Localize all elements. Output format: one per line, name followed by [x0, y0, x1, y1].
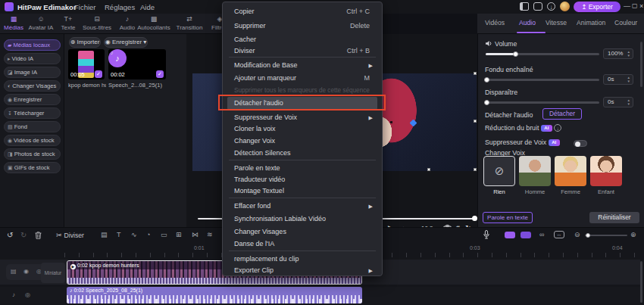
- audio-mute-icon[interactable]: ◎: [25, 291, 30, 298]
- export-button[interactable]: ↥ Exporter: [574, 2, 621, 12]
- sidebar-item-medias-locaux[interactable]: ▰Médias locaux: [4, 39, 61, 51]
- menu-item-montage-textuel[interactable]: Montage Textuel: [227, 185, 377, 198]
- resize-handle-top-right[interactable]: [474, 72, 477, 75]
- split-button[interactable]: ✂ Diviser: [56, 231, 84, 239]
- menu-item-synchronisation-labiale[interactable]: Synchronisation Labiale Vidéo: [227, 213, 377, 226]
- thumbnail-toggle[interactable]: Miniatur: [41, 263, 65, 283]
- pip-icon[interactable]: ⊞: [176, 231, 182, 238]
- voice-option-femme[interactable]: [555, 156, 586, 186]
- timeline-zoom-slider[interactable]: [585, 235, 627, 236]
- tab-vitesse[interactable]: Vitesse: [546, 19, 567, 26]
- menu-item-changer-visages[interactable]: Changer Visages: [227, 226, 377, 238]
- circle-download-icon[interactable]: ↓: [554, 124, 561, 132]
- fade-in-slider[interactable]: [486, 79, 599, 81]
- feedback-icon[interactable]: [533, 2, 542, 11]
- maximize-button[interactable]: ▢: [632, 2, 638, 9]
- noise-reduction-row: Réduction du bruit AI ↓: [485, 124, 561, 132]
- record-button[interactable]: ◉ Enregistrer ▾: [104, 37, 148, 48]
- undo-icon[interactable]: ↺: [7, 231, 13, 239]
- download-icon[interactable]: ↓: [547, 2, 555, 11]
- tab-videos[interactable]: Vidéos: [485, 19, 505, 26]
- panel-scrollbar[interactable]: [640, 42, 642, 87]
- timeline-scrollbar[interactable]: [640, 261, 642, 303]
- speed-ramp-icon[interactable]: ≋: [207, 231, 213, 238]
- sidebar-item-fond[interactable]: ▧Fond: [4, 121, 61, 132]
- menu-item-danse-ia[interactable]: Danse de l'IA: [227, 238, 377, 251]
- crop-icon[interactable]: ▭: [161, 231, 167, 238]
- zoom-in-icon[interactable]: ⊕: [630, 231, 636, 238]
- track-options-icon[interactable]: ▤: [11, 268, 17, 275]
- menu-item-cloner-voix[interactable]: Cloner la voix: [227, 123, 377, 135]
- volume-slider-knob[interactable]: [513, 51, 518, 57]
- media-item-video[interactable]: 00:05 ✓: [68, 49, 105, 79]
- voice-option-enfant[interactable]: [590, 156, 622, 186]
- flip-icon[interactable]: ⋈: [192, 231, 199, 238]
- volume-value[interactable]: 100%▲▼: [603, 48, 633, 59]
- tab-autocollants[interactable]: ▩ Autocollants: [133, 15, 174, 31]
- marker-tool-icon[interactable]: ▤: [101, 231, 108, 238]
- menu-fichier[interactable]: Fichier: [74, 3, 96, 11]
- text-tool-icon[interactable]: T: [117, 231, 121, 238]
- magnet-icon[interactable]: [505, 232, 515, 238]
- resize-handle-bottom-right[interactable]: [474, 168, 477, 171]
- close-button[interactable]: ×: [639, 2, 643, 10]
- menu-item-effacer-fond[interactable]: Effacer fond▶: [227, 200, 377, 213]
- silence-detect-icon[interactable]: ∿: [131, 231, 137, 238]
- menu-aide[interactable]: Aide: [140, 3, 155, 11]
- resize-handle-right[interactable]: [474, 120, 477, 123]
- chain-icon[interactable]: ∞: [539, 231, 544, 238]
- menu-item-changer-voix[interactable]: Changer Voix: [227, 135, 377, 148]
- sidebar-item-gifs-stock[interactable]: ▣GIFs de stock: [4, 162, 61, 173]
- menu-item-ajouter-marqueur[interactable]: Ajouter un marqueurM: [227, 72, 377, 85]
- resize-handle-bottom[interactable]: [427, 168, 430, 171]
- menu-item-detection-silences[interactable]: Détection Silences: [227, 147, 377, 160]
- voice-option-homme[interactable]: [519, 156, 551, 186]
- menu-item-modification-de-base[interactable]: Modification de Base▶: [227, 59, 377, 72]
- menu-item-copier[interactable]: CopierCtrl + C: [227, 5, 377, 18]
- reset-button[interactable]: Réinitialiser: [589, 212, 639, 223]
- sidebar-item-telecharger[interactable]: ↧Télécharger: [4, 107, 61, 119]
- voice-remover-toggle[interactable]: [574, 140, 587, 147]
- import-button[interactable]: ⊕ Importer: [69, 37, 101, 48]
- tab-transition[interactable]: ⇄ Transition: [173, 15, 206, 31]
- sidebar-item-videos-stock[interactable]: ◉Vidéos de stock: [4, 135, 61, 146]
- fit-timeline-icon[interactable]: ↔: [554, 231, 564, 238]
- menu-item-supprimer[interactable]: SupprimerDelete: [227, 20, 377, 33]
- menu-reglages[interactable]: Réglages: [105, 3, 135, 11]
- tab-couleur[interactable]: Couleur: [614, 19, 637, 26]
- microphone-icon[interactable]: [483, 230, 489, 239]
- sidebar-item-video-ia[interactable]: ▸Vidéo IA: [4, 53, 61, 64]
- checkbox-checked[interactable]: ✓: [95, 70, 102, 78]
- volume-slider[interactable]: [486, 53, 599, 55]
- detach-button[interactable]: Détacher: [542, 108, 582, 120]
- fade-out-slider-knob[interactable]: [484, 100, 489, 105]
- trash-icon[interactable]: [35, 232, 42, 239]
- tab-audio-props[interactable]: Audio: [519, 19, 536, 26]
- minimize-button[interactable]: —: [624, 2, 630, 10]
- zoom-out-icon[interactable]: ⊖: [574, 231, 580, 238]
- media-item-audio[interactable]: ♪ ♪ 00:02 ✓: [108, 49, 166, 79]
- sidebar-item-changer-visages[interactable]: ◐Changer Visages: [4, 80, 61, 92]
- redo-icon[interactable]: ↻: [20, 231, 27, 239]
- layout-icon[interactable]: [520, 2, 529, 11]
- timeline-zoom-knob[interactable]: [586, 233, 590, 238]
- sidebar-item-image-ia[interactable]: ◪Image IA: [4, 67, 61, 78]
- user-avatar[interactable]: [560, 2, 570, 11]
- sidebar-item-enregistrer[interactable]: ◉Enregistrer: [4, 94, 61, 105]
- sidebar-item-photos-stock[interactable]: ◨Photos de stock: [4, 148, 61, 160]
- visibility-icon[interactable]: ◉: [23, 268, 29, 275]
- fade-in-slider-knob[interactable]: [484, 77, 489, 82]
- menu-item-exporter-clip[interactable]: Exporter Clip▶: [227, 264, 377, 277]
- link-icon[interactable]: [521, 232, 531, 238]
- fade-out-slider[interactable]: [486, 101, 599, 104]
- voice-option-rien[interactable]: ⊘: [483, 156, 515, 186]
- speed-icon[interactable]: ◔: [146, 231, 150, 238]
- timeline-audio-clip[interactable]: ♪ 0:02 Speech_2025_08_25(1): [67, 287, 362, 303]
- tab-animation[interactable]: Animation: [577, 19, 605, 26]
- fade-in-value[interactable]: 0s▲▼: [603, 74, 633, 85]
- checkbox-checked[interactable]: ✓: [156, 70, 164, 78]
- playback-progress-knob[interactable]: [472, 216, 477, 221]
- fade-out-value[interactable]: 0s▲▼: [603, 97, 633, 107]
- speech-to-text-button[interactable]: Parole en texte: [483, 212, 533, 223]
- menu-item-diviser[interactable]: DiviserCtrl + B: [227, 45, 377, 58]
